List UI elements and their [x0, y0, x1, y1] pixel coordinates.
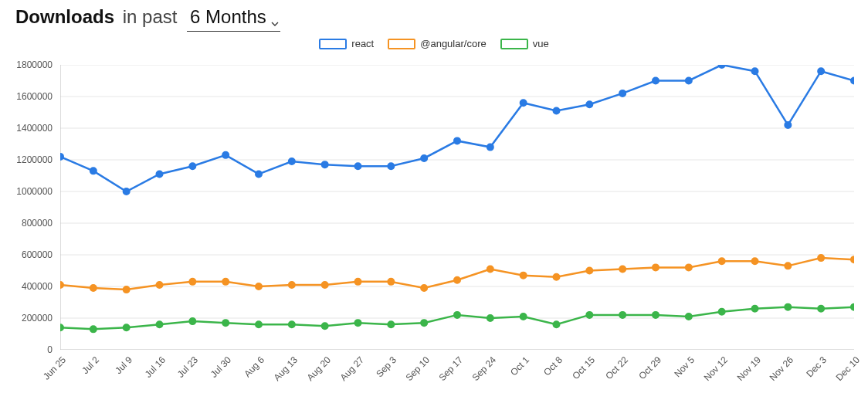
series-point[interactable] [586, 312, 592, 318]
y-tick: 600000 [22, 249, 53, 260]
series-point[interactable] [322, 323, 328, 329]
series-point[interactable] [851, 256, 854, 263]
series-point[interactable] [256, 283, 262, 290]
series-point[interactable] [619, 312, 626, 318]
y-tick: 1200000 [16, 154, 53, 165]
series-point[interactable] [785, 263, 791, 269]
series-point[interactable] [222, 320, 229, 326]
legend-item-react[interactable]: react [319, 38, 374, 49]
series-point[interactable] [124, 188, 130, 195]
series-point[interactable] [785, 122, 791, 128]
series-point[interactable] [90, 168, 97, 174]
series-point[interactable] [222, 279, 229, 285]
x-tick: Nov 5 [672, 354, 697, 379]
series-point[interactable] [653, 264, 659, 270]
series-point[interactable] [586, 268, 592, 274]
series-point[interactable] [653, 312, 659, 318]
y-tick: 800000 [22, 218, 53, 229]
x-tick: Jul 2 [80, 354, 101, 376]
legend-label: react [351, 38, 374, 49]
series-point[interactable] [818, 306, 824, 312]
series-point[interactable] [157, 321, 163, 327]
series-point[interactable] [388, 163, 394, 169]
legend-key [319, 39, 347, 49]
title-light: in past [123, 6, 178, 27]
series-point[interactable] [157, 171, 163, 177]
series-point[interactable] [322, 161, 328, 168]
legend-item-vue[interactable]: vue [500, 38, 549, 49]
series-point[interactable] [355, 279, 361, 285]
chart-grid [60, 65, 854, 350]
x-tick: Aug 13 [271, 354, 300, 383]
series-point[interactable] [124, 286, 130, 293]
x-tick: Oct 8 [541, 354, 565, 378]
series-point[interactable] [686, 78, 692, 84]
series-point[interactable] [487, 144, 493, 151]
series-point[interactable] [752, 258, 758, 264]
series-point[interactable] [189, 163, 195, 169]
series-point[interactable] [520, 273, 527, 279]
series-point[interactable] [60, 154, 63, 160]
series-point[interactable] [487, 266, 493, 272]
series-point[interactable] [189, 279, 195, 285]
series-point[interactable] [586, 101, 592, 107]
series-point[interactable] [289, 282, 295, 288]
chart-svg [60, 65, 854, 350]
series-point[interactable] [60, 324, 63, 330]
series-point[interactable] [752, 68, 758, 74]
chevron-down-icon [271, 8, 279, 32]
series-point[interactable] [520, 313, 527, 320]
series-point[interactable] [256, 171, 262, 177]
series-point[interactable] [421, 155, 427, 161]
series-point[interactable] [322, 282, 328, 288]
series-point[interactable] [355, 320, 361, 326]
series-point[interactable] [189, 318, 195, 324]
series-point[interactable] [388, 279, 394, 285]
legend-item--angular-core[interactable]: @angular/core [388, 38, 486, 49]
legend-key [500, 39, 528, 49]
series-point[interactable] [619, 266, 626, 272]
title: Downloads in past 6 Months [6, 0, 862, 32]
x-tick: Oct 29 [636, 354, 663, 381]
series-point[interactable] [719, 258, 725, 264]
series-point[interactable] [222, 152, 229, 158]
series-point[interactable] [90, 326, 97, 332]
legend-label: vue [533, 38, 549, 49]
series-point[interactable] [719, 65, 725, 68]
x-tick: Sep 10 [404, 354, 432, 383]
series-point[interactable] [256, 321, 262, 327]
series-point[interactable] [851, 78, 854, 84]
series-point[interactable] [653, 78, 659, 84]
series-point[interactable] [851, 304, 854, 310]
series-point[interactable] [355, 163, 361, 169]
series-point[interactable] [454, 312, 460, 318]
series-point[interactable] [818, 68, 824, 74]
series-point[interactable] [60, 282, 63, 288]
series-point[interactable] [421, 285, 427, 291]
series-point[interactable] [818, 255, 824, 261]
y-tick: 400000 [22, 281, 53, 292]
series-point[interactable] [289, 321, 295, 327]
series-point[interactable] [520, 100, 527, 106]
series-point[interactable] [124, 324, 130, 330]
series-point[interactable] [388, 321, 394, 327]
series-point[interactable] [719, 309, 725, 315]
series-point[interactable] [752, 306, 758, 312]
y-tick: 1600000 [16, 91, 53, 102]
series-point[interactable] [454, 137, 460, 144]
series-point[interactable] [289, 158, 295, 164]
series-point[interactable] [554, 107, 560, 113]
series-point[interactable] [487, 315, 493, 321]
series-point[interactable] [454, 277, 460, 283]
series-point[interactable] [686, 264, 692, 270]
series-point[interactable] [90, 285, 97, 291]
series-point[interactable] [619, 90, 626, 97]
period-dropdown[interactable]: 6 Months [187, 5, 280, 32]
series-point[interactable] [554, 274, 560, 280]
x-tick: Oct 1 [508, 354, 531, 378]
series-point[interactable] [157, 282, 163, 288]
series-point[interactable] [686, 313, 692, 320]
series-point[interactable] [785, 304, 791, 310]
series-point[interactable] [554, 321, 560, 327]
series-point[interactable] [421, 320, 427, 326]
